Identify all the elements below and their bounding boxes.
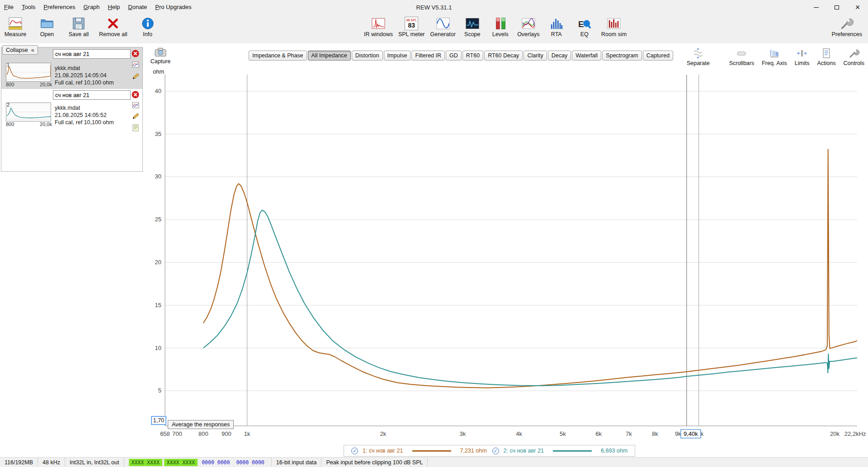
levels-button[interactable]: Levels [488,16,513,38]
tab-clarity[interactable]: Clarity [524,51,547,61]
eq-button[interactable]: E EQ [572,16,597,38]
svg-text:658: 658 [160,430,170,437]
levels-icon [494,17,507,30]
maximize-icon [835,5,839,9]
svg-text:15: 15 [155,302,161,308]
tab-all-impedance[interactable]: All Impedance [308,51,351,61]
input-bit-depth-status: 16-bit input data [272,458,322,467]
svg-text:30: 30 [155,173,161,180]
trace-legend: ✓ 1: сч нов авг 21 7,231 ohm ✓ 2: сч нов… [344,445,635,457]
capture-button[interactable]: Capture [148,47,173,65]
sample-counter-a: 0000 0000 [199,459,232,466]
tab-spectrogram[interactable]: Spectrogram [602,51,642,61]
measurement-thumbnail[interactable]: 1 800 20,0k [6,63,52,88]
measurement-item-2[interactable]: 2 800 20,0k ykkk.mdat 21.08.2025 14:05:5… [1,89,142,139]
measure-button[interactable]: Measure [3,16,28,38]
notes-icon[interactable] [132,124,139,131]
collapse-button[interactable]: Collapse « [2,45,38,55]
measurement-cal: Full cal, ref 10,100 ohm [55,79,114,86]
measurement-file: ykkk.mdat [55,104,114,112]
menu-help[interactable]: Help [104,0,124,14]
thumbnail-plot [6,63,51,82]
svg-text:E: E [578,19,584,29]
menu-donate[interactable]: Donate [124,0,151,14]
memory-status: 116/192MB [0,458,38,467]
trace-graph-icon[interactable] [132,61,139,68]
tab-distortion[interactable]: Distortion [352,51,383,61]
scope-icon [466,17,479,30]
tab-decay[interactable]: Decay [548,51,571,61]
room-sim-button[interactable]: Room sim [600,16,628,38]
menu-graph[interactable]: Graph [79,0,104,14]
delete-x-icon [132,91,139,98]
trace-graph-icon[interactable] [132,102,139,109]
tab-gd[interactable]: GD [446,51,462,61]
spl-meter-icon: dB SPL 83 [405,17,418,30]
svg-text:3k: 3k [459,430,466,437]
menu-pro-upgrades[interactable]: Pro Upgrades [151,0,195,14]
remove-x-icon [106,17,120,30]
menu-tools[interactable]: Tools [18,0,39,14]
tab-impulse[interactable]: Impulse [384,51,411,61]
impedance-chart-svg[interactable]: 5101520253035406587008009001k2k3k4k5k6k7… [145,63,868,452]
save-icon [72,17,85,30]
svg-text:10: 10 [155,345,161,351]
trace-1-checkbox[interactable]: ✓ [351,448,358,454]
generator-sine-icon [436,17,450,30]
svg-text:5k: 5k [560,430,566,437]
ir-windows-icon [372,17,385,30]
room-sim-icon [607,17,621,30]
tab-rt60[interactable]: RT60 [462,51,483,61]
thumb-freq-min: 800 [6,121,14,127]
tab-waterfall[interactable]: Waterfall [572,51,601,61]
measurement-name-input[interactable] [53,49,131,59]
trim-pencil-icon[interactable] [132,73,139,80]
minimize-button[interactable] [806,0,826,14]
svg-text:22,2kHz: 22,2kHz [844,430,866,437]
maximize-button[interactable] [826,0,847,14]
ir-windows-button[interactable]: IR windows [363,16,394,38]
scope-button[interactable]: Scope [460,16,485,38]
toolbar: Measure Open Save all Remove all Info IR… [0,14,868,43]
info-button[interactable]: Info [135,16,160,38]
sample-rate-status: 48 kHz [38,458,65,467]
capture-camera-icon [154,47,167,57]
toolbar-right-group: Preferences [830,16,863,38]
menu-file[interactable]: File [0,0,18,14]
rta-button[interactable]: RTA [544,16,569,38]
open-folder-icon [40,17,54,30]
trace-2-cursor-value: 6,693 ohm [601,448,627,454]
open-button[interactable]: Open [34,16,60,38]
close-icon: × [855,3,860,11]
close-button[interactable]: × [847,0,868,14]
actions-icon [821,48,832,59]
axis-min-field[interactable]: 1,70 [151,416,166,425]
tab-captured[interactable]: Captured [643,51,673,61]
menu-preferences[interactable]: Preferences [39,0,79,14]
legend-entry-1: ✓ 1: сч нов авг 21 7,231 ohm [351,448,487,454]
save-all-button[interactable]: Save all [66,16,91,38]
measurement-timestamp: 21.08.2025 14:05:04 [55,72,114,79]
measurement-thumbnail[interactable]: 2 800 20,0k [6,103,52,127]
trace-2-checkbox[interactable]: ✓ [492,448,499,454]
spl-meter-button[interactable]: dB SPL 83 SPL meter [397,16,426,38]
tab-impedance-phase[interactable]: Impedance & Phase [249,51,307,61]
measurement-cal: Full cal, ref 10,100 ohm [55,119,114,126]
preferences-button[interactable]: Preferences [830,16,863,38]
delete-measurement-button[interactable] [132,50,139,57]
trace-1-label: 1: сч нов авг 21 [363,448,403,454]
overlays-button[interactable]: Overlays [516,16,541,38]
trim-pencil-icon[interactable] [132,112,139,120]
generator-button[interactable]: Generator [429,16,457,38]
tab-rt60-decay[interactable]: RT60 Decay [484,51,523,61]
delete-measurement-button[interactable] [132,91,139,98]
measurement-name-input[interactable] [53,90,131,100]
svg-text:4k: 4k [516,430,522,437]
trace-2-label: 2: сч нов авг 21 [504,448,544,454]
delete-x-icon [132,50,139,57]
impedance-chart[interactable]: 5101520253035406587008009001k2k3k4k5k6k7… [145,63,868,452]
thumb-freq-max: 20,0k [40,82,52,88]
remove-all-button[interactable]: Remove all [98,16,129,38]
tab-filtered-ir[interactable]: Filtered IR [411,51,445,61]
graph-tabs: Impedance & Phase All Impedance Distorti… [249,51,673,61]
